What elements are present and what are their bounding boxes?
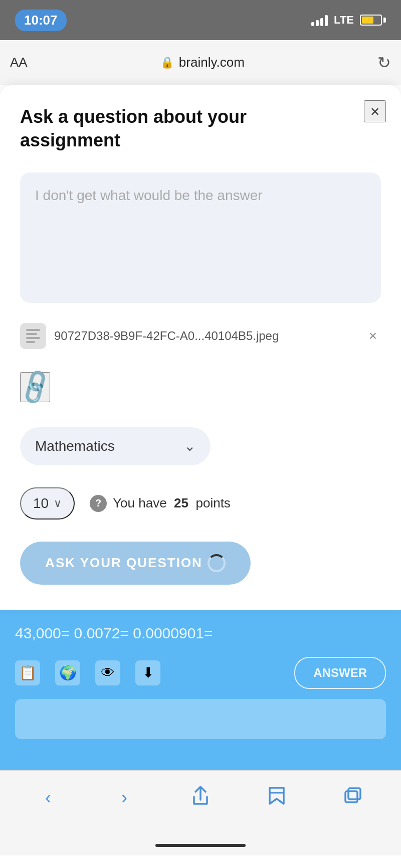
bg-tool-4[interactable]: ⬇ <box>135 660 160 685</box>
chevron-down-icon: ⌄ <box>184 438 195 454</box>
loading-spinner <box>208 554 226 572</box>
nav-forward-button[interactable]: › <box>104 780 144 815</box>
bg-tool-3[interactable]: 👁 <box>95 660 120 685</box>
nav-share-button[interactable] <box>180 780 221 815</box>
attachment-section: 🔗 <box>20 367 381 407</box>
status-right: LTE ⚡ <box>311 14 386 27</box>
browser-bar: AA 🔒 brainly.com ↻ <box>0 40 401 85</box>
paperclip-icon: 🔗 <box>15 367 56 407</box>
url-text: brainly.com <box>179 55 245 70</box>
ask-question-button[interactable]: ASK YOUR QUESTION <box>20 542 251 585</box>
nav-back-button[interactable]: ‹ <box>28 780 68 815</box>
file-remove-button[interactable]: × <box>365 324 381 348</box>
file-attachment: 90727D38-9B9F-42FC-A0...40104B5.jpeg × <box>20 320 381 352</box>
attach-file-button[interactable]: 🔗 <box>20 372 50 402</box>
subject-label: Mathematics <box>35 438 115 454</box>
bg-answer-area <box>15 699 386 739</box>
url-bar[interactable]: 🔒 brainly.com <box>38 55 367 70</box>
bg-tool-1[interactable]: 📋 <box>15 660 40 685</box>
battery-icon: ⚡ <box>360 15 386 26</box>
points-row: 10 ∨ ? You have 25 points <box>20 487 381 519</box>
lte-label: LTE <box>334 14 354 27</box>
background-content: 43,000= 0.0072= 0.0000901= 📋 🌍 👁 ⬇ ANSWE… <box>0 610 401 770</box>
status-bar: 10:07 LTE ⚡ <box>0 0 401 40</box>
text-size-control[interactable]: AA <box>10 55 28 70</box>
close-button[interactable]: × <box>364 100 386 122</box>
bookmarks-icon <box>267 786 286 810</box>
points-chevron-icon: ∨ <box>54 497 62 510</box>
home-indicator <box>0 835 401 855</box>
question-textarea[interactable] <box>20 172 381 303</box>
bg-toolbar: 📋 🌍 👁 ⬇ ANSWER <box>15 657 386 689</box>
points-help-icon[interactable]: ? <box>90 495 107 512</box>
nav-tabs-button[interactable] <box>333 780 373 815</box>
ask-button-label: ASK YOUR QUESTION <box>45 555 203 571</box>
main-content: × Ask a question about your assignment 9… <box>0 85 401 770</box>
points-text: You have 25 points <box>113 495 231 511</box>
tabs-icon <box>343 786 362 810</box>
home-bar <box>155 844 246 847</box>
svg-rect-1 <box>348 788 360 799</box>
forward-icon: › <box>121 787 127 808</box>
bg-math-text: 43,000= 0.0072= 0.0000901= <box>15 625 386 642</box>
modal-sheet: × Ask a question about your assignment 9… <box>0 85 401 610</box>
user-points: 25 <box>174 495 188 510</box>
subject-dropdown[interactable]: Mathematics ⌄ <box>20 427 211 465</box>
points-selector[interactable]: 10 ∨ <box>20 487 75 519</box>
share-icon <box>191 786 210 810</box>
bg-tool-2[interactable]: 🌍 <box>55 660 80 685</box>
status-time: 10:07 <box>15 10 67 31</box>
modal-title: Ask a question about your assignment <box>20 105 311 152</box>
points-value: 10 <box>33 495 49 511</box>
file-name: 90727D38-9B9F-42FC-A0...40104B5.jpeg <box>54 329 357 343</box>
answer-button[interactable]: ANSWER <box>294 657 386 689</box>
svg-rect-0 <box>345 791 357 802</box>
lock-icon: 🔒 <box>160 56 174 69</box>
file-thumbnail-icon <box>20 323 46 349</box>
refresh-icon[interactable]: ↻ <box>377 53 391 72</box>
nav-bookmarks-button[interactable] <box>257 780 297 815</box>
bottom-nav: ‹ › <box>0 770 401 835</box>
back-icon: ‹ <box>45 787 51 808</box>
points-info: ? You have 25 points <box>90 495 231 512</box>
signal-icon <box>311 14 328 26</box>
